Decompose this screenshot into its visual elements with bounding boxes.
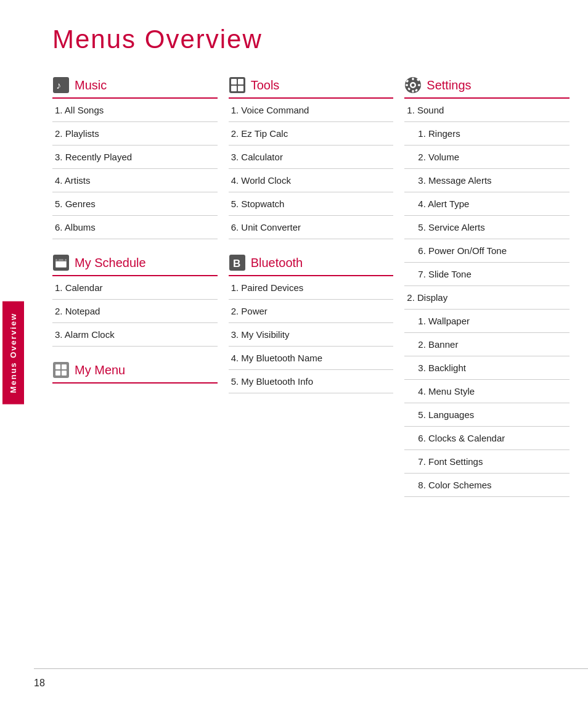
schedule-icon [52, 254, 70, 271]
tools-section-header: Tools [229, 76, 394, 99]
my-schedule-list: 1. Calendar 2. Notepad 3. Alarm Clock [52, 276, 218, 347]
svg-rect-16 [238, 86, 243, 91]
main-content: Menus Overview ♪ Music 1. All Songs 2. P… [34, 0, 588, 549]
list-item: 4. World Clock [229, 169, 394, 192]
list-item: 3. Message Alerts [404, 169, 570, 192]
settings-list: 1. Sound 1. Ringers 2. Volume 3. Message… [404, 99, 570, 497]
list-item: 4. Alert Type [404, 192, 570, 216]
my-menu-icon [52, 361, 70, 379]
music-icon: ♪ [52, 76, 70, 94]
sidebar-label-text: Menus Overview [2, 302, 24, 404]
svg-text:♪: ♪ [56, 80, 61, 91]
list-item: 5. Genres [52, 192, 218, 216]
list-item: 1. Sound [404, 99, 570, 122]
list-item: 6. Clocks & Calendar [404, 427, 570, 450]
list-item: 3. My Visibility [229, 323, 394, 347]
tools-list: 1. Voice Command 2. Ez Tip Calc 3. Calcu… [229, 99, 394, 239]
list-item: 2. Ez Tip Calc [229, 122, 394, 146]
tools-title: Tools [251, 78, 280, 92]
column-middle: Tools 1. Voice Command 2. Ez Tip Calc 3.… [229, 76, 405, 408]
svg-rect-10 [55, 371, 60, 376]
list-item: 1. Wallpaper [404, 310, 570, 333]
svg-rect-23 [412, 90, 414, 92]
list-item: 2. Notepad [52, 300, 218, 323]
bluetooth-list: 1. Paired Devices 2. Power 3. My Visibil… [229, 276, 394, 393]
tools-icon [229, 76, 246, 94]
svg-rect-14 [238, 79, 243, 84]
bluetooth-section: B Bluetooth 1. Paired Devices 2. Power 3… [229, 254, 394, 393]
list-item: 8. Color Schemes [404, 474, 570, 497]
bluetooth-title: Bluetooth [251, 256, 303, 270]
settings-icon [404, 76, 422, 94]
list-item: 2. Playlists [52, 122, 218, 146]
list-item: 5. My Bluetooth Info [229, 370, 394, 393]
my-menu-header: My Menu [52, 361, 218, 384]
list-item: 3. Alarm Clock [52, 323, 218, 347]
music-section-header: ♪ Music [52, 76, 218, 99]
list-item: 4. Menu Style [404, 380, 570, 403]
my-schedule-header: My Schedule [52, 254, 218, 276]
my-schedule-title: My Schedule [75, 256, 146, 270]
list-item: 3. Calculator [229, 146, 394, 169]
list-item: 6. Power On/Off Tone [404, 239, 570, 263]
list-item: 1. Voice Command [229, 99, 394, 122]
svg-rect-25 [418, 84, 420, 86]
list-item: 7. Slide Tone [404, 263, 570, 286]
page-title: Menus Overview [52, 25, 570, 54]
bluetooth-header: B Bluetooth [229, 254, 394, 276]
list-item: 3. Recently Played [52, 146, 218, 169]
settings-title: Settings [427, 78, 471, 92]
list-item: 1. Calendar [52, 276, 218, 300]
list-item: 1. All Songs [52, 99, 218, 122]
svg-text:B: B [233, 258, 240, 269]
svg-rect-9 [62, 364, 67, 369]
column-right: Settings 1. Sound 1. Ringers 2. Volume 3… [404, 76, 570, 512]
list-item: 5. Languages [404, 403, 570, 427]
svg-rect-5 [57, 258, 59, 261]
svg-rect-8 [55, 364, 60, 369]
list-item: 7. Font Settings [404, 450, 570, 474]
list-item: 2. Display [404, 286, 570, 310]
list-item: 4. Artists [52, 169, 218, 192]
list-item: 4. My Bluetooth Name [229, 347, 394, 370]
list-item: 5. Service Alerts [404, 216, 570, 239]
music-list: 1. All Songs 2. Playlists 3. Recently Pl… [52, 99, 218, 239]
svg-rect-6 [63, 258, 65, 261]
svg-rect-22 [412, 78, 414, 80]
svg-point-21 [412, 84, 415, 87]
list-item: 1. Ringers [404, 122, 570, 146]
sidebar-label: Menus Overview [0, 0, 26, 706]
music-title: Music [75, 78, 107, 92]
svg-rect-15 [231, 86, 237, 91]
list-item: 3. Backlight [404, 356, 570, 380]
list-item: 2. Banner [404, 333, 570, 356]
column-left: ♪ Music 1. All Songs 2. Playlists 3. Rec… [52, 76, 229, 384]
svg-rect-11 [62, 371, 67, 376]
columns-container: ♪ Music 1. All Songs 2. Playlists 3. Rec… [52, 76, 570, 512]
my-schedule-section: My Schedule 1. Calendar 2. Notepad 3. Al… [52, 254, 218, 347]
settings-section-header: Settings [404, 76, 570, 99]
list-item: 6. Unit Converter [229, 216, 394, 239]
svg-rect-4 [55, 259, 67, 261]
bluetooth-icon: B [229, 254, 246, 271]
my-menu-title: My Menu [75, 363, 125, 377]
svg-rect-24 [406, 84, 408, 86]
svg-rect-7 [53, 362, 69, 378]
list-item: 6. Albums [52, 216, 218, 239]
list-item: 2. Power [229, 300, 394, 323]
bottom-divider [34, 668, 588, 669]
list-item: 2. Volume [404, 146, 570, 169]
page-number: 18 [34, 678, 45, 689]
list-item: 1. Paired Devices [229, 276, 394, 300]
svg-rect-13 [231, 79, 237, 84]
svg-rect-0 [53, 77, 69, 93]
list-item: 5. Stopwatch [229, 192, 394, 216]
my-menu-section: My Menu [52, 361, 218, 384]
